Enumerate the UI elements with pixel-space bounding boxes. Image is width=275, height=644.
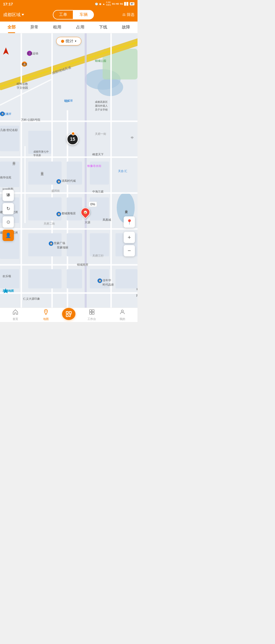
svg-rect-53 xyxy=(90,312,92,314)
poi-icon-blue2: 🏠 xyxy=(56,179,61,184)
stats-label: 统计 xyxy=(66,39,73,44)
chevron-down-icon xyxy=(22,14,24,16)
tab-group: 工单 车辆 xyxy=(27,10,120,19)
nav-scan[interactable] xyxy=(61,308,76,322)
save-location-button[interactable]: 📍 xyxy=(124,216,135,228)
svg-rect-54 xyxy=(92,312,94,314)
nav-map[interactable]: 地图 xyxy=(31,308,61,322)
tab-abnormal[interactable]: 异常 xyxy=(23,22,46,33)
poi-tiejian: 🏠 铁建澜岸 xyxy=(0,112,5,116)
nav-mine-label: 我的 xyxy=(120,317,125,321)
signal-bars: ▊▊ xyxy=(124,2,129,6)
poi-icon-blue4: 🏠 xyxy=(49,241,53,246)
svg-rect-44 xyxy=(66,311,68,314)
wifi-icon: ▲ xyxy=(103,3,105,5)
poi-jinchenghu: 锦城湖 xyxy=(64,99,69,103)
map-container[interactable]: 统计 ▾ 15 🔒 0% ☆ 浪速运动 🏠 栈道 xyxy=(0,33,138,308)
filter-icon: ⚖ xyxy=(122,13,126,17)
svg-rect-22 xyxy=(0,162,19,187)
svg-rect-46 xyxy=(66,315,68,317)
poi-qingfeng: 🏠 清凤时代城 xyxy=(56,179,62,184)
tab-occupied[interactable]: 占用 xyxy=(69,22,92,33)
workorder-tab[interactable]: 工单 xyxy=(53,10,73,19)
svg-rect-17 xyxy=(110,33,112,308)
status-time: 17:17 xyxy=(3,2,13,6)
svg-rect-14 xyxy=(21,33,22,308)
svg-point-55 xyxy=(121,310,123,312)
poi-icon-blue3: 🏠 xyxy=(56,212,61,216)
refresh-button[interactable]: ↻ xyxy=(3,203,14,214)
scan-button[interactable] xyxy=(62,308,75,320)
nav-mine[interactable]: 我的 xyxy=(107,308,138,322)
poi-icon-blue5: 🏠 xyxy=(97,278,102,283)
cluster-pin-icon xyxy=(71,132,75,135)
right-controls: 📍 + − xyxy=(124,216,135,256)
tab-fault[interactable]: 故障 xyxy=(115,22,138,33)
scan-icon xyxy=(65,310,72,318)
svg-rect-19 xyxy=(24,146,26,223)
network-speed: 0.90KB/s xyxy=(106,1,111,6)
signal-5g: 5G xyxy=(120,3,123,5)
direction-arrow xyxy=(3,47,9,56)
svg-rect-52 xyxy=(92,310,94,312)
stats-dot-icon xyxy=(61,40,64,43)
nav-map-label: 地图 xyxy=(43,317,49,321)
filter-button[interactable]: ⚖ 筛选 xyxy=(122,12,134,17)
region-selector[interactable]: 成都区域 xyxy=(3,12,24,18)
home-icon xyxy=(12,309,18,317)
svg-rect-36 xyxy=(28,269,62,288)
workbench-icon xyxy=(89,309,95,317)
user-location-button[interactable]: 👤 xyxy=(3,230,14,241)
pin-icon: 📍 xyxy=(126,219,133,225)
svg-rect-51 xyxy=(90,310,92,312)
clock-icon: 🕐 xyxy=(95,3,98,5)
svg-rect-37 xyxy=(67,269,82,288)
detail-button[interactable]: 详 xyxy=(3,190,14,201)
svg-rect-39 xyxy=(115,269,138,288)
svg-rect-35 xyxy=(0,269,19,288)
region-label: 成都区域 xyxy=(3,12,21,18)
svg-rect-27 xyxy=(28,197,62,220)
filter-label: 筛选 xyxy=(127,12,134,17)
zoom-out-button[interactable]: − xyxy=(124,245,135,256)
plus-icon: + xyxy=(128,234,131,241)
battery-level: 87 xyxy=(130,2,134,5)
nav-home[interactable]: 首页 xyxy=(0,308,31,322)
poi-langsu: ☆ 浪速运动 xyxy=(27,51,33,56)
stats-chevron-icon: ▾ xyxy=(75,39,76,43)
vehicle-tab[interactable]: 车辆 xyxy=(73,10,94,19)
gps-icon: ◉ xyxy=(99,2,102,6)
status-icons: 🕐 ◉ ▲ 0.90KB/s 5G HD 5G ▊▊ 87 xyxy=(95,1,134,6)
minus-icon: − xyxy=(128,247,131,254)
mine-icon xyxy=(119,309,125,317)
zoom-in-button[interactable]: + xyxy=(124,232,135,243)
nav-home-label: 首页 xyxy=(13,317,18,321)
nav-workbench-label: 工作台 xyxy=(87,317,96,321)
svg-rect-45 xyxy=(69,311,71,314)
poi-jiannianhua: 🏠 佳年华时代晶座 xyxy=(97,278,103,283)
locate-icon: ⊙ xyxy=(6,219,10,225)
svg-rect-32 xyxy=(67,233,82,256)
svg-rect-28 xyxy=(67,197,82,220)
tab-rental[interactable]: 租用 xyxy=(46,22,69,33)
gaode-logo: 高德地图 xyxy=(3,288,9,294)
user-icon: 👤 xyxy=(5,233,11,238)
locate-me-button[interactable]: ⊙ xyxy=(3,216,14,228)
status-bar: 17:17 🕐 ◉ ▲ 0.90KB/s 5G HD 5G ▊▊ 87 xyxy=(0,0,138,8)
stats-button[interactable]: 统计 ▾ xyxy=(56,37,81,45)
map-svg xyxy=(0,33,138,308)
refresh-icon: ↻ xyxy=(6,206,10,212)
svg-point-43 xyxy=(45,310,46,311)
header: 成都区域 工单 车辆 ⚖ 筛选 xyxy=(0,8,138,22)
map-icon xyxy=(43,309,49,317)
percent-badge: 0% xyxy=(89,202,97,207)
poi-shihao: 🏠 世豪广场 世豪瑞丽 xyxy=(49,241,54,246)
tab-all[interactable]: 全部 xyxy=(0,22,23,33)
bottom-nav: 首页 地图 xyxy=(0,308,138,322)
left-controls: 详 ↻ ⊙ 👤 xyxy=(3,190,14,241)
nav-workbench[interactable]: 工作台 xyxy=(76,308,107,322)
poi-zhandao: 🏠 栈道 xyxy=(22,62,27,67)
svg-marker-40 xyxy=(3,47,9,55)
vehicle-marker[interactable]: 🔒 0% xyxy=(81,208,90,217)
tab-offline[interactable]: 下线 xyxy=(92,22,114,33)
